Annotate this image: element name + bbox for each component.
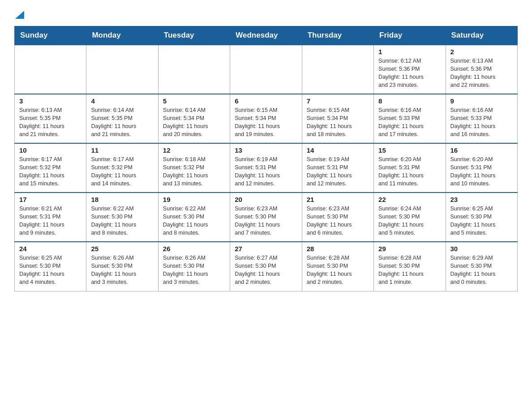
day-info: Sunrise: 6:14 AMSunset: 5:34 PMDaylight:… — [163, 106, 225, 139]
calendar-cell: 15Sunrise: 6:20 AMSunset: 5:31 PMDayligh… — [374, 143, 446, 193]
day-info: Sunrise: 6:23 AMSunset: 5:30 PMDaylight:… — [307, 205, 369, 237]
day-number: 30 — [450, 245, 513, 253]
day-number: 11 — [91, 146, 153, 154]
calendar-cell: 3Sunrise: 6:13 AMSunset: 5:35 PMDaylight… — [15, 94, 86, 143]
day-info: Sunrise: 6:15 AMSunset: 5:34 PMDaylight:… — [307, 106, 369, 139]
day-number: 4 — [91, 97, 153, 105]
calendar-cell: 11Sunrise: 6:17 AMSunset: 5:32 PMDayligh… — [86, 143, 158, 193]
day-info: Sunrise: 6:15 AMSunset: 5:34 PMDaylight:… — [235, 106, 297, 139]
calendar-cell — [158, 45, 230, 94]
calendar-cell: 30Sunrise: 6:29 AMSunset: 5:30 PMDayligh… — [446, 242, 517, 291]
day-info: Sunrise: 6:17 AMSunset: 5:32 PMDaylight:… — [91, 155, 153, 188]
day-number: 7 — [307, 97, 369, 105]
calendar-cell — [86, 45, 158, 94]
calendar-cell: 28Sunrise: 6:28 AMSunset: 5:30 PMDayligh… — [302, 242, 373, 291]
day-info: Sunrise: 6:12 AMSunset: 5:36 PMDaylight:… — [378, 57, 441, 90]
day-info: Sunrise: 6:26 AMSunset: 5:30 PMDaylight:… — [91, 254, 153, 287]
weekday-header-row: SundayMondayTuesdayWednesdayThursdayFrid… — [15, 26, 518, 45]
calendar-cell: 4Sunrise: 6:14 AMSunset: 5:35 PMDaylight… — [86, 94, 158, 143]
day-number: 6 — [235, 97, 297, 105]
calendar-cell: 16Sunrise: 6:20 AMSunset: 5:31 PMDayligh… — [446, 143, 517, 193]
week-row-5: 24Sunrise: 6:25 AMSunset: 5:30 PMDayligh… — [15, 242, 518, 291]
day-info: Sunrise: 6:27 AMSunset: 5:30 PMDaylight:… — [235, 254, 297, 287]
day-info: Sunrise: 6:19 AMSunset: 5:31 PMDaylight:… — [307, 155, 369, 188]
week-row-2: 3Sunrise: 6:13 AMSunset: 5:35 PMDaylight… — [15, 94, 518, 143]
day-number: 16 — [450, 146, 513, 154]
page-header — [14, 11, 518, 21]
calendar-cell: 9Sunrise: 6:16 AMSunset: 5:33 PMDaylight… — [446, 94, 517, 143]
day-info: Sunrise: 6:24 AMSunset: 5:30 PMDaylight:… — [378, 205, 441, 237]
day-info: Sunrise: 6:18 AMSunset: 5:32 PMDaylight:… — [163, 155, 225, 188]
week-row-3: 10Sunrise: 6:17 AMSunset: 5:32 PMDayligh… — [15, 143, 518, 193]
calendar-cell: 14Sunrise: 6:19 AMSunset: 5:31 PMDayligh… — [302, 143, 373, 193]
calendar-table: SundayMondayTuesdayWednesdayThursdayFrid… — [14, 26, 518, 291]
calendar-cell: 29Sunrise: 6:28 AMSunset: 5:30 PMDayligh… — [374, 242, 446, 291]
day-info: Sunrise: 6:22 AMSunset: 5:30 PMDaylight:… — [91, 205, 153, 237]
logo-arrow-icon — [15, 11, 24, 21]
day-number: 14 — [307, 146, 369, 154]
day-number: 27 — [235, 245, 297, 253]
calendar-cell: 13Sunrise: 6:19 AMSunset: 5:31 PMDayligh… — [230, 143, 302, 193]
day-number: 21 — [307, 196, 369, 203]
day-number: 25 — [91, 245, 153, 253]
weekday-header-thursday: Thursday — [302, 26, 373, 45]
svg-marker-0 — [15, 11, 24, 19]
day-info: Sunrise: 6:25 AMSunset: 5:30 PMDaylight:… — [19, 254, 82, 287]
day-info: Sunrise: 6:20 AMSunset: 5:31 PMDaylight:… — [450, 155, 513, 188]
day-number: 10 — [19, 146, 82, 154]
day-info: Sunrise: 6:20 AMSunset: 5:31 PMDaylight:… — [378, 155, 441, 188]
day-number: 15 — [378, 146, 441, 154]
day-info: Sunrise: 6:25 AMSunset: 5:30 PMDaylight:… — [450, 205, 513, 237]
calendar-cell: 2Sunrise: 6:13 AMSunset: 5:36 PMDaylight… — [446, 45, 517, 94]
calendar-cell — [230, 45, 302, 94]
day-number: 9 — [450, 97, 513, 105]
day-info: Sunrise: 6:16 AMSunset: 5:33 PMDaylight:… — [378, 106, 441, 139]
weekday-header-friday: Friday — [374, 26, 446, 45]
day-number: 1 — [378, 48, 441, 56]
day-info: Sunrise: 6:26 AMSunset: 5:30 PMDaylight:… — [163, 254, 225, 287]
calendar-cell: 10Sunrise: 6:17 AMSunset: 5:32 PMDayligh… — [15, 143, 86, 193]
weekday-header-sunday: Sunday — [15, 26, 86, 45]
calendar-cell: 19Sunrise: 6:22 AMSunset: 5:30 PMDayligh… — [158, 193, 230, 242]
day-number: 20 — [235, 196, 297, 203]
weekday-header-monday: Monday — [86, 26, 158, 45]
day-number: 12 — [163, 146, 225, 154]
calendar-cell: 1Sunrise: 6:12 AMSunset: 5:36 PMDaylight… — [374, 45, 446, 94]
calendar-cell: 22Sunrise: 6:24 AMSunset: 5:30 PMDayligh… — [374, 193, 446, 242]
calendar-cell: 26Sunrise: 6:26 AMSunset: 5:30 PMDayligh… — [158, 242, 230, 291]
calendar-cell: 21Sunrise: 6:23 AMSunset: 5:30 PMDayligh… — [302, 193, 373, 242]
calendar-cell: 6Sunrise: 6:15 AMSunset: 5:34 PMDaylight… — [230, 94, 302, 143]
day-info: Sunrise: 6:16 AMSunset: 5:33 PMDaylight:… — [450, 106, 513, 139]
week-row-1: 1Sunrise: 6:12 AMSunset: 5:36 PMDaylight… — [15, 45, 518, 94]
calendar-cell — [302, 45, 373, 94]
day-number: 17 — [19, 196, 82, 203]
calendar-cell: 5Sunrise: 6:14 AMSunset: 5:34 PMDaylight… — [158, 94, 230, 143]
day-number: 29 — [378, 245, 441, 253]
day-info: Sunrise: 6:23 AMSunset: 5:30 PMDaylight:… — [235, 205, 297, 237]
day-info: Sunrise: 6:28 AMSunset: 5:30 PMDaylight:… — [307, 254, 369, 287]
day-number: 2 — [450, 48, 513, 56]
weekday-header-saturday: Saturday — [446, 26, 517, 45]
calendar-cell: 25Sunrise: 6:26 AMSunset: 5:30 PMDayligh… — [86, 242, 158, 291]
day-number: 3 — [19, 97, 82, 105]
day-info: Sunrise: 6:22 AMSunset: 5:30 PMDaylight:… — [163, 205, 225, 237]
calendar-cell: 7Sunrise: 6:15 AMSunset: 5:34 PMDaylight… — [302, 94, 373, 143]
day-number: 5 — [163, 97, 225, 105]
day-number: 18 — [91, 196, 153, 203]
day-number: 24 — [19, 245, 82, 253]
calendar-cell: 17Sunrise: 6:21 AMSunset: 5:31 PMDayligh… — [15, 193, 86, 242]
week-row-4: 17Sunrise: 6:21 AMSunset: 5:31 PMDayligh… — [15, 193, 518, 242]
weekday-header-tuesday: Tuesday — [158, 26, 230, 45]
calendar-cell — [15, 45, 86, 94]
day-info: Sunrise: 6:13 AMSunset: 5:35 PMDaylight:… — [19, 106, 82, 139]
day-info: Sunrise: 6:17 AMSunset: 5:32 PMDaylight:… — [19, 155, 82, 188]
day-number: 22 — [378, 196, 441, 203]
day-number: 13 — [235, 146, 297, 154]
day-info: Sunrise: 6:29 AMSunset: 5:30 PMDaylight:… — [450, 254, 513, 287]
day-number: 23 — [450, 196, 513, 203]
calendar-cell: 8Sunrise: 6:16 AMSunset: 5:33 PMDaylight… — [374, 94, 446, 143]
day-number: 8 — [378, 97, 441, 105]
day-number: 28 — [307, 245, 369, 253]
calendar-cell: 20Sunrise: 6:23 AMSunset: 5:30 PMDayligh… — [230, 193, 302, 242]
day-info: Sunrise: 6:13 AMSunset: 5:36 PMDaylight:… — [450, 57, 513, 90]
